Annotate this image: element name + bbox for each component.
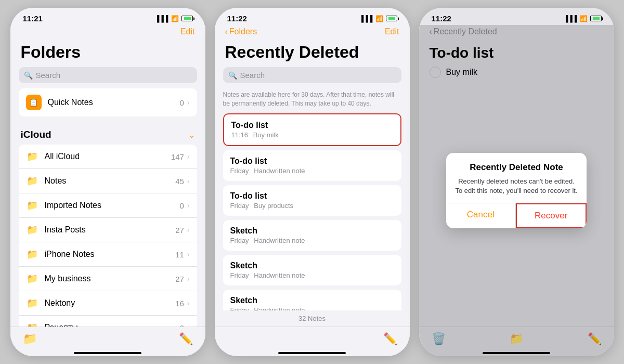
folder-count: 27 (175, 275, 184, 283)
icloud-chevron-icon: ⌄ (188, 130, 195, 140)
note-preview: Buy products (254, 202, 293, 210)
quick-notes-icon: 📋 (26, 95, 42, 110)
note-meta: Friday Handwritten note (230, 306, 394, 310)
status-icons-3: ▐▐▐ 📶 (564, 15, 602, 22)
edit-button-1[interactable]: Edit (180, 27, 195, 36)
phone2-content: ‹ Folders Edit Recently Deleted 🔍 Search… (215, 25, 410, 356)
note-item-5[interactable]: Sketch Friday Handwritten note (223, 290, 401, 310)
nav-bar-2: ‹ Folders Edit (215, 25, 410, 41)
folder-items-container: 📁 All iCloud 147 › 📁 Notes 45 › 📁 (19, 145, 197, 327)
note-item-selected[interactable]: To-do list 11:16 Buy milk (223, 113, 401, 146)
bottom-toolbar-2: ✏️ (215, 327, 410, 349)
chevron-icon: › (187, 152, 190, 161)
signal-icon: ▐▐▐ (359, 15, 373, 22)
home-indicator-2 (278, 352, 346, 354)
notes-count-bar: 32 Notes (215, 310, 410, 327)
edit-button-2[interactable]: Edit (385, 27, 399, 36)
new-note-button-2[interactable]: ✏️ (383, 332, 397, 346)
note-date: Friday (230, 237, 249, 244)
note-meta: Friday Handwritten note (230, 271, 394, 279)
note-title: Sketch (230, 296, 394, 305)
dialog-buttons: Cancel Recover (446, 203, 587, 228)
quick-notes-count: 0 (179, 98, 184, 107)
note-preview: Handwritten note (254, 271, 305, 279)
folder-name: iPhone Notes (45, 250, 176, 259)
battery-icon-3 (590, 16, 602, 21)
search-icon-1: 🔍 (24, 71, 33, 80)
icloud-section-header[interactable]: iCloud ⌄ (19, 122, 197, 145)
folder-name: Imported Notes (45, 201, 180, 210)
search-placeholder-1: Search (36, 71, 61, 80)
note-item-1[interactable]: To-do list Friday Handwritten note (223, 150, 401, 181)
note-meta: Friday Handwritten note (230, 167, 394, 175)
wifi-icon: 📶 (375, 15, 383, 22)
wifi-icon: 📶 (580, 15, 588, 22)
folder-count: 27 (175, 226, 184, 235)
folder-item-insta[interactable]: 📁 Insta Posts 27 › (19, 218, 197, 242)
folder-count: 147 (171, 152, 184, 161)
folder-name: Nektony (45, 298, 176, 308)
note-title: Sketch (230, 226, 394, 236)
folder-item-imported[interactable]: 📁 Imported Notes 0 › (19, 193, 197, 218)
phone-2: 11:22 ▐▐▐ 📶 ‹ Folders Edit Recently Dele… (215, 8, 410, 356)
dialog-box: Recently Deleted Note Recently deleted n… (446, 153, 587, 228)
folder-item-notes[interactable]: 📁 Notes 45 › (19, 169, 197, 193)
chevron-icon: › (187, 201, 190, 210)
recover-button[interactable]: Recover (516, 203, 587, 228)
note-item-4[interactable]: Sketch Friday Handwritten note (223, 255, 401, 285)
note-date: Friday (230, 167, 249, 175)
note-item-3[interactable]: Sketch Friday Handwritten note (223, 220, 401, 251)
status-bar-3: 11:22 ▐▐▐ 📶 (419, 8, 614, 25)
signal-icon: ▐▐▐ (155, 15, 168, 22)
folder-item-iphone-notes[interactable]: 📁 iPhone Notes 11 › (19, 242, 197, 267)
status-time-1: 11:21 (23, 14, 43, 23)
folder-list-1: 📋 Quick Notes 0 › iCloud ⌄ 📁 All iCloud … (10, 88, 205, 327)
new-note-button[interactable]: ✏️ (179, 332, 193, 346)
back-label-2: Folders (229, 27, 257, 36)
note-meta: Friday Handwritten note (230, 237, 394, 244)
page-title-2: Recently Deleted (215, 41, 410, 67)
note-item-2[interactable]: To-do list Friday Buy products (223, 185, 401, 216)
status-icons-1: ▐▐▐ 📶 (155, 15, 193, 22)
note-date: Friday (230, 271, 249, 279)
chevron-icon: › (187, 275, 190, 283)
nav-bar-1: Edit (10, 25, 205, 41)
folder-item-my-business[interactable]: 📁 My business 27 › (19, 267, 197, 291)
signal-icon: ▐▐▐ (564, 15, 577, 22)
quick-notes-item[interactable]: 📋 Quick Notes 0 › (19, 88, 197, 116)
quick-notes-label: Quick Notes (48, 98, 180, 107)
back-button-2[interactable]: ‹ Folders (225, 27, 257, 36)
search-bar-2[interactable]: 🔍 Search (223, 67, 401, 83)
search-bar-1[interactable]: 🔍 Search (19, 67, 197, 83)
chevron-icon: › (187, 250, 190, 258)
new-folder-button[interactable]: 📁 (23, 332, 37, 346)
phone3-content: ‹ Recently Deleted To-do list Buy milk R… (419, 25, 614, 356)
note-preview: Handwritten note (254, 237, 305, 244)
search-icon-2: 🔍 (228, 71, 237, 80)
folder-icon: 📁 (26, 248, 38, 261)
bottom-toolbar-1: 📁 ✏️ (10, 327, 205, 349)
folder-name: My business (45, 274, 176, 283)
folder-icon: 📁 (26, 199, 38, 212)
status-bar-2: 11:22 ▐▐▐ 📶 (215, 8, 410, 25)
status-time-2: 11:22 (227, 14, 247, 23)
wifi-icon: 📶 (171, 15, 179, 22)
battery-icon-2 (386, 16, 397, 21)
folder-item-nektony[interactable]: 📁 Nektony 16 › (19, 291, 197, 316)
folder-name: Notes (45, 176, 176, 186)
note-meta: Friday Buy products (230, 202, 394, 210)
phone-3: 11:22 ▐▐▐ 📶 ‹ Recently Deleted To-do lis… (419, 8, 614, 356)
dialog-title: Recently Deleted Note (454, 162, 578, 173)
search-placeholder-2: Search (240, 71, 265, 80)
folder-icon: 📁 (26, 272, 38, 285)
note-title: To-do list (230, 157, 394, 166)
info-text: Notes are available here for 30 days. Af… (215, 88, 410, 113)
back-chevron-icon: ‹ (225, 27, 228, 36)
home-indicator (74, 352, 141, 354)
folder-count: 45 (175, 177, 184, 186)
folder-item-all-icloud[interactable]: 📁 All iCloud 147 › (19, 145, 197, 169)
cancel-button[interactable]: Cancel (446, 203, 516, 228)
folder-name: Рецепты (45, 323, 180, 327)
folder-item-recipes[interactable]: 📁 Рецепты 2 › (19, 316, 197, 327)
chevron-icon: › (187, 177, 190, 185)
